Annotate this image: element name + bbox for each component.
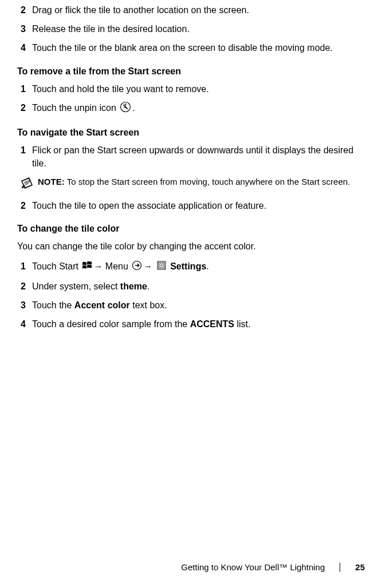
step-text: Touch and hold the tile you want to remo… xyxy=(32,82,365,96)
step-text: Touch the tile or the blank area on the … xyxy=(32,41,365,54)
list-item: 1 Touch Start → Menu → Settings. xyxy=(17,260,365,274)
step-text: Touch the unpin icon . xyxy=(32,101,365,116)
footer-divider xyxy=(340,563,340,572)
step-text: Under system, select theme. xyxy=(32,280,365,293)
list-item: 4 Touch a desired color sample from the … xyxy=(17,317,365,331)
step-number: 2 xyxy=(17,199,32,212)
step-text: Drag or flick the tile to another locati… xyxy=(32,3,365,17)
step-text: Touch Start → Menu → Settings. xyxy=(32,260,365,274)
footer-page-number: 25 xyxy=(355,562,365,572)
step-text: Release the tile in the desired location… xyxy=(32,22,365,35)
text-fragment: Touch a desired color sample from the xyxy=(32,319,190,329)
list-item: 3 Touch the Accent color text box. xyxy=(17,299,365,312)
note-label: NOTE: xyxy=(38,177,67,186)
text-fragment: . xyxy=(206,261,208,271)
note-icon xyxy=(21,177,33,193)
text-fragment: list. xyxy=(234,319,250,329)
settings-icon xyxy=(156,260,167,274)
step-text: Touch a desired color sample from the AC… xyxy=(32,317,365,331)
list-item: 1 Flick or pan the Start screen upwards … xyxy=(17,144,365,170)
section-heading: To navigate the Start screen xyxy=(17,128,365,138)
list-item: 1 Touch and hold the tile you want to re… xyxy=(17,82,365,96)
footer-chapter: Getting to Know Your Dell™ Lightning xyxy=(181,562,325,572)
arrow-circle-icon xyxy=(132,260,142,274)
list-item: 2 Touch the unpin icon . xyxy=(17,101,365,116)
list-item: 3 Release the tile in the desired locati… xyxy=(17,22,365,35)
arrow-icon: → xyxy=(93,261,105,271)
text-fragment: Touch Start xyxy=(32,261,81,271)
list-item: 4 Touch the tile or the blank area on th… xyxy=(17,41,365,54)
section-heading: To remove a tile from the Start screen xyxy=(17,66,365,77)
step-number: 2 xyxy=(17,101,32,116)
page-content: 2 Drag or flick the tile to another loca… xyxy=(17,0,365,331)
text-fragment: Touch the xyxy=(32,300,74,310)
section-intro: You can change the tile color by changin… xyxy=(17,240,365,253)
step-text: Flick or pan the Start screen upwards or… xyxy=(32,144,365,170)
list-item: 2 Touch the tile to open the associate a… xyxy=(17,199,365,212)
windows-start-icon xyxy=(82,260,92,273)
text-bold: Settings xyxy=(168,261,207,271)
text-bold: ACCENTS xyxy=(190,319,234,329)
step-number: 1 xyxy=(17,82,32,96)
text-fragment: Touch the unpin icon xyxy=(32,103,119,113)
page-footer: Getting to Know Your Dell™ Lightning 25 xyxy=(181,562,365,572)
step-text: Touch the Accent color text box. xyxy=(32,299,365,312)
section-heading: To change the tile color xyxy=(17,224,365,234)
step-number: 4 xyxy=(17,41,32,54)
text-fragment: text box. xyxy=(130,300,167,310)
step-number: 2 xyxy=(17,280,32,293)
arrow-icon: → xyxy=(143,261,155,271)
list-item: 2 Under system, select theme. xyxy=(17,280,365,293)
text-bold: Accent color xyxy=(74,300,130,310)
unpin-icon xyxy=(120,101,131,116)
list-item: 2 Drag or flick the tile to another loca… xyxy=(17,3,365,17)
note-text: NOTE: To stop the Start screen from movi… xyxy=(38,176,365,188)
text-fragment: To stop the Start screen from moving, to… xyxy=(67,177,350,186)
text-fragment: . xyxy=(132,103,135,113)
step-number: 3 xyxy=(17,22,32,35)
step-number: 3 xyxy=(17,299,32,312)
step-number: 1 xyxy=(17,144,32,170)
step-text: Touch the tile to open the associate app… xyxy=(32,199,365,212)
text-fragment: Menu xyxy=(105,261,131,271)
step-number: 2 xyxy=(17,3,32,17)
step-number: 4 xyxy=(17,317,32,331)
text-bold: theme xyxy=(120,281,147,291)
step-number: 1 xyxy=(17,260,32,274)
note-block: NOTE: To stop the Start screen from movi… xyxy=(21,176,365,193)
text-fragment: . xyxy=(147,281,149,291)
text-fragment: Under system, select xyxy=(32,281,120,291)
